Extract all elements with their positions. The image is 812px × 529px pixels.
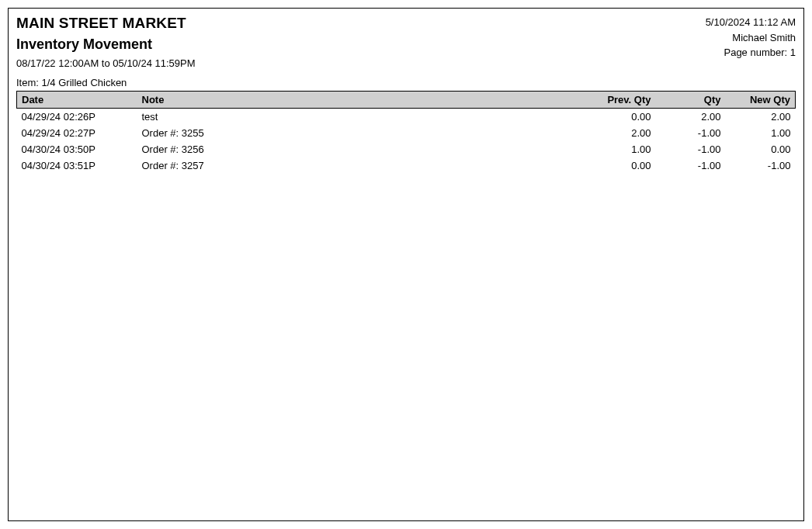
cell-qty: -1.00 — [656, 157, 726, 174]
col-header-qty: Qty — [656, 92, 726, 109]
report-header: MAIN STREET MARKET Inventory Movement 08… — [16, 15, 796, 69]
cell-qty: -1.00 — [656, 125, 726, 141]
cell-date: 04/29/24 02:27P — [17, 125, 137, 141]
col-header-new-qty: New Qty — [726, 92, 796, 109]
page-number-label: Page number: — [724, 47, 789, 58]
table-row: 04/29/24 02:26Ptest0.002.002.00 — [17, 109, 796, 126]
cell-date: 04/30/24 03:50P — [17, 141, 137, 157]
report-title: Inventory Movement — [16, 36, 196, 53]
cell-prev-qty: 0.00 — [586, 109, 656, 126]
user-name: Michael Smith — [706, 30, 796, 46]
cell-date: 04/30/24 03:51P — [17, 157, 137, 174]
page-number: Page number: 1 — [706, 45, 796, 61]
cell-qty: -1.00 — [656, 141, 726, 157]
item-label: Item: — [16, 77, 42, 88]
date-range: 08/17/22 12:00AM to 05/10/24 11:59PM — [16, 57, 196, 69]
table-row: 04/30/24 03:50POrder #: 32561.00-1.000.0… — [17, 141, 796, 157]
item-name: 1/4 Grilled Chicken — [42, 77, 127, 88]
cell-note: Order #: 3257 — [137, 157, 586, 174]
print-datetime: 5/10/2024 11:12 AM — [706, 15, 796, 30]
report-page: MAIN STREET MARKET Inventory Movement 08… — [8, 8, 804, 521]
table-row: 04/30/24 03:51POrder #: 32570.00-1.00-1.… — [17, 157, 796, 174]
item-line: Item: 1/4 Grilled Chicken — [16, 77, 796, 88]
cell-new-qty: 2.00 — [726, 109, 796, 126]
cell-qty: 2.00 — [656, 109, 726, 126]
table-row: 04/29/24 02:27POrder #: 32552.00-1.001.0… — [17, 125, 796, 141]
cell-prev-qty: 0.00 — [586, 157, 656, 174]
col-header-note: Note — [137, 92, 586, 109]
header-left: MAIN STREET MARKET Inventory Movement 08… — [16, 15, 196, 69]
cell-prev-qty: 1.00 — [586, 141, 656, 157]
cell-new-qty: -1.00 — [726, 157, 796, 174]
cell-note: test — [137, 109, 586, 126]
page-number-value: 1 — [790, 47, 796, 58]
movement-table: Date Note Prev. Qty Qty New Qty 04/29/24… — [16, 91, 796, 174]
cell-note: Order #: 3255 — [137, 125, 586, 141]
cell-new-qty: 0.00 — [726, 141, 796, 157]
cell-new-qty: 1.00 — [726, 125, 796, 141]
col-header-date: Date — [17, 92, 137, 109]
header-right: 5/10/2024 11:12 AM Michael Smith Page nu… — [706, 15, 796, 61]
company-name: MAIN STREET MARKET — [16, 15, 196, 32]
cell-prev-qty: 2.00 — [586, 125, 656, 141]
col-header-prev-qty: Prev. Qty — [586, 92, 656, 109]
table-body: 04/29/24 02:26Ptest0.002.002.0004/29/24 … — [17, 109, 796, 175]
cell-date: 04/29/24 02:26P — [17, 109, 137, 126]
cell-note: Order #: 3256 — [137, 141, 586, 157]
table-header-row: Date Note Prev. Qty Qty New Qty — [17, 92, 796, 109]
